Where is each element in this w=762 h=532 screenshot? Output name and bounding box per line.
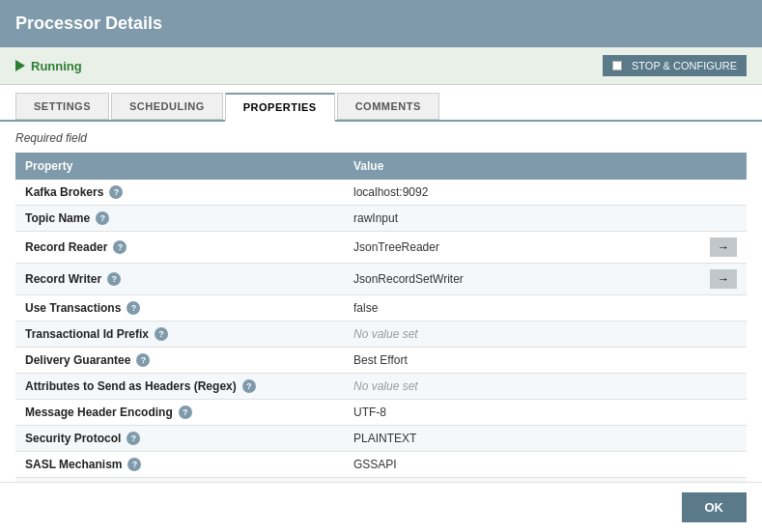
property-value: JsonRecordSetWriter bbox=[353, 272, 464, 286]
property-name-cell: SASL Mechanism? bbox=[15, 452, 344, 478]
table-row[interactable]: Security Protocol?PLAINTEXT bbox=[15, 426, 747, 452]
help-icon[interactable]: ? bbox=[96, 211, 109, 225]
footer: OK bbox=[0, 482, 762, 532]
property-label: Security Protocol bbox=[25, 432, 121, 445]
column-value: Value bbox=[344, 153, 747, 180]
property-name-cell: Kafka Brokers? bbox=[15, 180, 344, 206]
table-row[interactable]: Record Reader?JsonTreeReader→ bbox=[15, 232, 747, 264]
table-row[interactable]: Delivery Guarantee?Best Effort bbox=[15, 348, 747, 374]
property-value: PLAINTEXT bbox=[353, 432, 416, 445]
help-icon[interactable]: ? bbox=[109, 185, 123, 199]
help-icon[interactable]: ? bbox=[127, 432, 140, 445]
property-value-cell: JsonTreeReader→ bbox=[344, 232, 747, 264]
property-label: Message Header Encoding bbox=[25, 406, 173, 419]
property-label: Record Reader bbox=[25, 240, 107, 254]
property-name-cell: Attributes to Send as Headers (Regex)? bbox=[15, 374, 344, 400]
help-icon[interactable]: ? bbox=[113, 240, 127, 254]
property-value-cell: localhost:9092 bbox=[344, 180, 747, 206]
arrow-button[interactable]: → bbox=[710, 269, 737, 289]
status-running: Running bbox=[15, 59, 82, 73]
property-value-cell: JsonRecordSetWriter→ bbox=[344, 264, 747, 295]
property-value: No value set bbox=[353, 379, 418, 393]
tab-scheduling[interactable]: SCHEDULING bbox=[111, 93, 223, 120]
property-label: Use Transactions bbox=[25, 301, 121, 315]
required-field-label: Required field bbox=[15, 131, 747, 145]
tab-settings[interactable]: SETTINGS bbox=[15, 93, 109, 120]
status-label: Running bbox=[31, 59, 82, 73]
content-area: Required field Property Value Kafka Brok… bbox=[0, 122, 762, 532]
help-icon[interactable]: ? bbox=[127, 301, 140, 315]
property-label: Topic Name bbox=[25, 211, 90, 225]
property-label: Transactional Id Prefix bbox=[25, 327, 149, 341]
stop-configure-button[interactable]: STOP & CONFIGURE bbox=[603, 55, 747, 76]
help-icon[interactable]: ? bbox=[179, 406, 192, 419]
property-value-cell: No value set bbox=[344, 374, 747, 400]
property-value-cell: Best Effort bbox=[344, 348, 747, 374]
property-value: Best Effort bbox=[353, 353, 408, 367]
property-name-cell: Use Transactions? bbox=[15, 295, 344, 322]
play-icon bbox=[15, 60, 25, 71]
property-value-cell: PLAINTEXT bbox=[344, 426, 747, 452]
table-row[interactable]: Use Transactions?false bbox=[15, 295, 747, 322]
ok-button[interactable]: OK bbox=[682, 492, 748, 522]
property-name-cell: Topic Name? bbox=[15, 206, 344, 232]
property-value-cell: GSSAPI bbox=[344, 452, 747, 478]
page-title: Processor Details bbox=[15, 14, 747, 34]
property-value: localhost:9092 bbox=[353, 185, 428, 199]
table-row[interactable]: Topic Name?rawInput bbox=[15, 206, 747, 232]
table-row[interactable]: Message Header Encoding?UTF-8 bbox=[15, 400, 747, 426]
help-icon[interactable]: ? bbox=[136, 353, 150, 367]
property-label: SASL Mechanism bbox=[25, 458, 122, 471]
tab-properties[interactable]: PROPERTIES bbox=[225, 93, 335, 122]
property-name-cell: Transactional Id Prefix? bbox=[15, 322, 344, 348]
property-label: Kafka Brokers bbox=[25, 185, 103, 199]
table-row[interactable]: Transactional Id Prefix?No value set bbox=[15, 322, 747, 348]
tab-comments[interactable]: COMMENTS bbox=[337, 93, 439, 120]
property-value: GSSAPI bbox=[353, 458, 397, 471]
arrow-button[interactable]: → bbox=[710, 238, 737, 257]
status-bar: Running STOP & CONFIGURE bbox=[0, 47, 762, 85]
table-row[interactable]: Attributes to Send as Headers (Regex)?No… bbox=[15, 374, 747, 400]
help-icon[interactable]: ? bbox=[127, 458, 141, 471]
property-value: rawInput bbox=[353, 211, 398, 225]
property-name-cell: Record Writer? bbox=[15, 264, 344, 295]
help-icon[interactable]: ? bbox=[242, 379, 256, 393]
property-label: Delivery Guarantee bbox=[25, 353, 130, 367]
table-row[interactable]: Kafka Brokers?localhost:9092 bbox=[15, 180, 747, 206]
help-icon[interactable]: ? bbox=[155, 327, 168, 341]
property-value-cell: UTF-8 bbox=[344, 400, 747, 426]
property-name-cell: Security Protocol? bbox=[15, 426, 344, 452]
column-property: Property bbox=[15, 153, 344, 180]
property-name-cell: Message Header Encoding? bbox=[15, 400, 344, 426]
tabs-container: SETTINGS SCHEDULING PROPERTIES COMMENTS bbox=[0, 85, 762, 122]
table-row[interactable]: SASL Mechanism?GSSAPI bbox=[15, 452, 747, 478]
property-label: Record Writer bbox=[25, 272, 101, 286]
property-value-cell: false bbox=[344, 295, 747, 322]
property-value: No value set bbox=[353, 327, 418, 341]
title-bar: Processor Details bbox=[0, 0, 762, 47]
stop-icon bbox=[612, 61, 622, 70]
property-value: JsonTreeReader bbox=[353, 240, 439, 254]
property-name-cell: Record Reader? bbox=[15, 232, 344, 264]
property-value-cell: No value set bbox=[344, 322, 747, 348]
property-label: Attributes to Send as Headers (Regex) bbox=[25, 379, 237, 393]
help-icon[interactable]: ? bbox=[107, 272, 121, 286]
properties-table: Property Value Kafka Brokers?localhost:9… bbox=[15, 153, 747, 530]
property-value: false bbox=[353, 301, 378, 315]
table-row[interactable]: Record Writer?JsonRecordSetWriter→ bbox=[15, 264, 747, 295]
property-name-cell: Delivery Guarantee? bbox=[15, 348, 344, 374]
property-value: UTF-8 bbox=[353, 406, 386, 419]
property-value-cell: rawInput bbox=[344, 206, 747, 232]
